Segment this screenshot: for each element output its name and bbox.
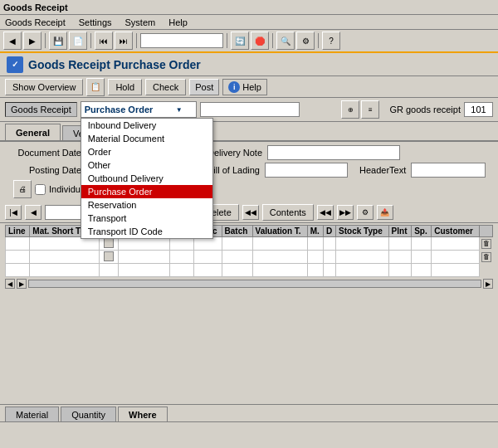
nav-back-btn[interactable]: ◀ bbox=[3, 32, 22, 50]
menu-bar: Goods Receipt Settings System Help bbox=[0, 15, 498, 30]
menu-settings[interactable]: Settings bbox=[77, 17, 114, 27]
document-type-dropdown[interactable]: Purchase Order ▼ bbox=[81, 101, 197, 118]
col-line: Line bbox=[6, 226, 30, 237]
col-batch: Batch bbox=[222, 226, 252, 237]
page-title: Goods Receipt Purchase Order bbox=[28, 58, 201, 71]
col-valuation: Valuation T. bbox=[252, 226, 307, 237]
individual-row: 🖨 Individual bbox=[7, 180, 491, 198]
gr-number-input[interactable] bbox=[464, 102, 493, 117]
dropdown-item-reservation[interactable]: Reservation bbox=[81, 198, 212, 212]
h-scroll-track[interactable] bbox=[28, 280, 481, 288]
post-button[interactable]: Post bbox=[189, 79, 219, 95]
scroll-right-start-btn[interactable]: ▶ bbox=[17, 279, 27, 289]
bottom-panel bbox=[0, 421, 498, 448]
row-icon-btn[interactable]: 🗑 bbox=[481, 239, 491, 249]
row-icon-btn[interactable]: 🗑 bbox=[481, 252, 491, 262]
table-nav-btn4[interactable]: ◀◀ bbox=[317, 205, 334, 220]
form-fields: Document Date Delivery Note Posting Date… bbox=[0, 142, 498, 202]
settings-btn[interactable]: ⚙ bbox=[296, 32, 315, 50]
bottom-tabs: Material Quantity Where bbox=[0, 404, 498, 421]
table-nav-btn3[interactable]: ◀◀ bbox=[242, 205, 259, 220]
gr-goods-receipt-label: GR goods receipt bbox=[389, 105, 461, 114]
main-content: Goods Receipt Purchase Order ▼ Inbound D… bbox=[0, 98, 498, 448]
title-bar: Goods Receipt bbox=[0, 0, 498, 15]
tab-where[interactable]: Where bbox=[118, 407, 168, 421]
toolbar: ◀ ▶ 💾 📄 ⏮ ⏭ 🔄 🛑 🔍 ⚙ ? bbox=[0, 30, 498, 53]
table-config-btn[interactable]: ⚙ bbox=[357, 205, 374, 220]
tab-quantity[interactable]: Quantity bbox=[61, 407, 116, 421]
col-customer: Customer bbox=[432, 226, 479, 237]
menu-goods-receipt[interactable]: Goods Receipt bbox=[3, 17, 67, 27]
header-text-input[interactable] bbox=[411, 163, 486, 178]
tab-general[interactable]: General bbox=[5, 124, 61, 140]
dropdown-item-other[interactable]: Other bbox=[81, 158, 212, 172]
page-btn[interactable]: 📄 bbox=[69, 32, 87, 50]
refresh-btn[interactable]: 🔄 bbox=[231, 32, 249, 50]
command-input[interactable] bbox=[140, 33, 223, 48]
nav-forward-btn[interactable]: ▶ bbox=[23, 32, 42, 50]
table-first-btn[interactable]: |◀ bbox=[5, 205, 22, 220]
toolbar-sep6 bbox=[318, 33, 319, 48]
col-stock-type: Stock Type bbox=[336, 226, 389, 237]
title-bar-text: Goods Receipt bbox=[3, 2, 68, 12]
scroll-end-btn[interactable]: ▶ bbox=[483, 279, 493, 289]
list-btn[interactable]: ≡ bbox=[361, 100, 379, 119]
table-row: 🗑 bbox=[6, 237, 493, 251]
dropdown-item-inbound[interactable]: Inbound Delivery bbox=[81, 119, 212, 132]
upper-tabs: General Vendor Shipping bbox=[0, 122, 498, 142]
dropdown-menu: Inbound Delivery Material Document Order… bbox=[81, 118, 213, 239]
search-po-btn[interactable]: ⊕ bbox=[341, 100, 359, 119]
toolbar-sep4 bbox=[227, 33, 227, 48]
dropdown-item-order[interactable]: Order bbox=[81, 145, 212, 158]
tab-material[interactable]: Material bbox=[5, 407, 59, 421]
scroll-left-btn[interactable]: ◀ bbox=[5, 279, 15, 289]
toolbar-sep5 bbox=[272, 33, 273, 48]
check-button[interactable]: Check bbox=[145, 79, 186, 95]
posting-date-row: Posting Date Bill of Lading HeaderText bbox=[7, 163, 491, 178]
toolbar-sep1 bbox=[45, 33, 46, 48]
table-prev-btn[interactable]: ◀ bbox=[25, 205, 42, 220]
save-btn[interactable]: 💾 bbox=[49, 32, 67, 50]
page-title-bar: ✓ Goods Receipt Purchase Order bbox=[0, 53, 498, 76]
contents-button[interactable]: Contents bbox=[262, 204, 314, 221]
print-btn[interactable]: 🖨 bbox=[13, 180, 32, 198]
dropdown-item-transport-id[interactable]: Transport ID Code bbox=[81, 225, 212, 238]
table-export-btn[interactable]: 📤 bbox=[377, 205, 393, 220]
col-scroll bbox=[479, 226, 493, 237]
col-sp: Sp. bbox=[412, 226, 432, 237]
po-number-input[interactable] bbox=[200, 102, 300, 117]
col-plnt: Plnt bbox=[388, 226, 412, 237]
dropdown-item-transport[interactable]: Transport bbox=[81, 212, 212, 225]
help-button[interactable]: i Help bbox=[222, 79, 267, 95]
bill-of-lading-input[interactable] bbox=[265, 163, 348, 178]
show-overview-button[interactable]: Show Overview bbox=[5, 79, 83, 95]
menu-help[interactable]: Help bbox=[167, 17, 189, 27]
goods-receipt-label: Goods Receipt bbox=[5, 102, 77, 117]
form-header: Goods Receipt Purchase Order ▼ Inbound D… bbox=[0, 98, 498, 122]
menu-system[interactable]: System bbox=[124, 17, 158, 27]
table-row bbox=[6, 264, 493, 277]
delivery-note-input[interactable] bbox=[267, 145, 400, 160]
items-table: Line Mat. Short Text OK Qty in UnE EUn S… bbox=[5, 225, 493, 277]
overview-icon-btn[interactable]: 📋 bbox=[86, 78, 105, 96]
table-nav-btn5[interactable]: ▶▶ bbox=[337, 205, 354, 220]
col-m: M. bbox=[307, 226, 323, 237]
stop-btn[interactable]: 🛑 bbox=[251, 32, 269, 50]
document-date-label: Document Date bbox=[7, 148, 81, 158]
dropdown-item-outbound[interactable]: Outbound Delivery bbox=[81, 172, 212, 185]
h-scrollbar: ◀ ▶ ▶ bbox=[5, 279, 493, 289]
individual-checkbox[interactable] bbox=[35, 184, 46, 195]
dropdown-item-purchase-order[interactable]: Purchase Order bbox=[81, 185, 212, 198]
prev-page-btn[interactable]: ⏮ bbox=[95, 32, 113, 50]
help-btn[interactable]: ? bbox=[322, 32, 340, 50]
header-text-label: HeaderText bbox=[359, 165, 406, 175]
posting-date-label: Posting Date bbox=[7, 165, 81, 175]
search-btn[interactable]: 🔍 bbox=[276, 32, 295, 50]
page-icon: ✓ bbox=[7, 56, 23, 73]
col-d: D bbox=[323, 226, 335, 237]
hold-button[interactable]: Hold bbox=[108, 79, 142, 95]
table-area: Line Mat. Short Text OK Qty in UnE EUn S… bbox=[0, 223, 498, 404]
dropdown-item-material[interactable]: Material Document bbox=[81, 132, 212, 145]
toolbar-sep3 bbox=[136, 33, 137, 48]
next-page-btn[interactable]: ⏭ bbox=[115, 32, 133, 50]
